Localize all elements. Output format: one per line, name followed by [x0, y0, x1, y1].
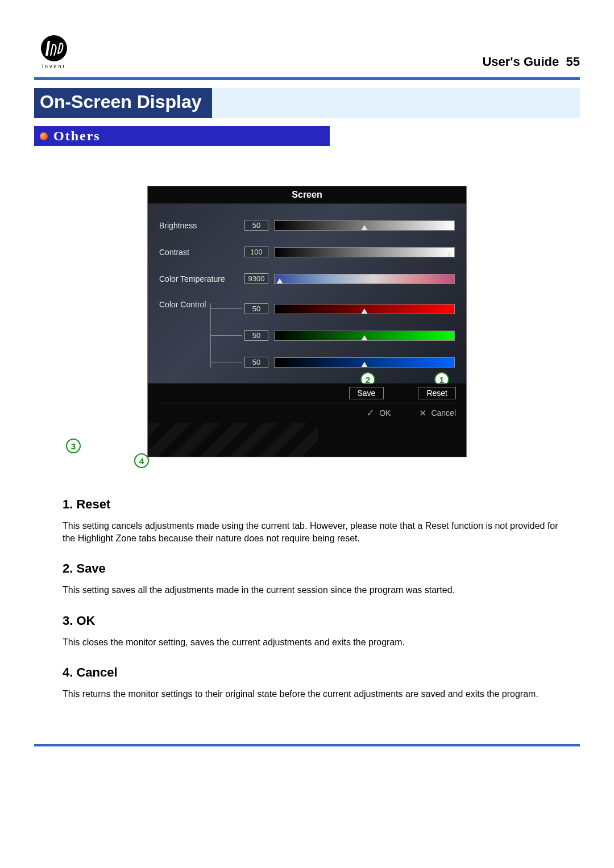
save-button[interactable]: Save [349, 387, 384, 399]
page-heading-tail [212, 88, 580, 118]
contrast-value: 100 [244, 247, 268, 257]
green-slider-marker [361, 335, 368, 341]
osd-button-row: Save Reset [158, 387, 456, 399]
osd-body: Brightness 50 Contrast 100 Color Tempera… [148, 204, 466, 383]
brightness-value: 50 [244, 220, 268, 231]
brightness-slider[interactable] [274, 220, 455, 231]
contrast-slider[interactable] [274, 247, 455, 257]
blue-slider-marker [361, 362, 368, 368]
color-control-branch: 50 50 50 [210, 303, 455, 368]
bullet-icon [40, 132, 48, 140]
osd-link-row: ✓ OK ✕ Cancel [158, 407, 456, 419]
svg-point-0 [41, 35, 67, 61]
users-guide-page: 55 [566, 55, 580, 69]
color-temp-value: 9300 [244, 273, 268, 284]
osd-row-brightness: Brightness 50 [159, 220, 455, 231]
osd-footer-decoration [148, 423, 318, 457]
osd-row-contrast: Contrast 100 [159, 247, 455, 257]
contrast-slider-marker [446, 252, 453, 257]
hp-logo-text: invent [42, 64, 66, 69]
osd-row-red: 50 [211, 303, 455, 314]
hp-logo: invent [34, 34, 74, 69]
red-slider[interactable] [274, 304, 455, 314]
brightness-label: Brightness [159, 221, 244, 230]
close-icon: ✕ [419, 408, 426, 419]
header-rule [34, 77, 580, 80]
subsection-label: Others [53, 128, 101, 144]
callout-4: 4 [134, 453, 149, 468]
color-temp-slider[interactable] [274, 274, 455, 284]
reset-button[interactable]: Reset [418, 387, 456, 399]
blue-slider[interactable] [274, 357, 455, 368]
section-reset-title: 1. Reset [63, 497, 563, 512]
osd-row-green: 50 [211, 330, 455, 341]
page-heading: On-Screen Display [34, 88, 212, 118]
osd-footer-separator [158, 403, 456, 403]
users-guide-label: User's Guide 55 [482, 55, 580, 69]
section-save-body: This setting saves all the adjustments m… [63, 584, 563, 596]
branch-line [211, 308, 242, 309]
check-icon: ✓ [366, 407, 375, 419]
color-control-label: Color Control [159, 300, 210, 309]
osd-row-color-temp: Color Temperature 9300 [159, 273, 455, 284]
brightness-slider-marker [361, 225, 368, 231]
content-area: 1. Reset This setting cancels adjustment… [34, 497, 580, 700]
color-temp-label: Color Temperature [159, 274, 244, 283]
page-heading-bar: On-Screen Display [34, 88, 580, 118]
section-reset-body: This setting cancels adjustments made us… [63, 520, 563, 544]
green-value: 50 [244, 330, 268, 341]
users-guide-text: User's Guide [482, 55, 559, 69]
section-save-title: 2. Save [63, 561, 563, 576]
osd-panel: Screen Brightness 50 Contrast 100 Color … [147, 186, 467, 457]
page-header: invent User's Guide 55 [34, 34, 580, 77]
subsection-bar: Others [34, 126, 330, 146]
ok-button[interactable]: ✓ OK [366, 407, 391, 419]
red-slider-marker [361, 308, 368, 314]
section-cancel-body: This returns the monitor settings to the… [63, 688, 563, 700]
section-cancel-title: 4. Cancel [63, 665, 563, 680]
color-temp-slider-marker [276, 278, 283, 284]
ok-label: OK [379, 408, 391, 418]
hp-logo-icon [40, 34, 68, 62]
section-ok-body: This closes the monitor setting, saves t… [63, 636, 563, 649]
section-ok-title: 3. OK [63, 614, 563, 628]
osd-footer: Save Reset ✓ OK ✕ Cancel 3 4 [148, 383, 466, 457]
cancel-label: Cancel [431, 408, 456, 418]
contrast-label: Contrast [159, 248, 244, 257]
branch-line [211, 362, 242, 362]
cancel-button[interactable]: ✕ Cancel [419, 408, 456, 419]
red-value: 50 [244, 303, 268, 314]
blue-value: 50 [244, 357, 268, 368]
osd-title: Screen [148, 186, 466, 204]
green-slider[interactable] [274, 331, 455, 341]
footer-rule [34, 744, 580, 746]
callout-3: 3 [66, 439, 81, 453]
branch-line [211, 335, 242, 336]
osd-row-blue: 50 [211, 357, 455, 368]
